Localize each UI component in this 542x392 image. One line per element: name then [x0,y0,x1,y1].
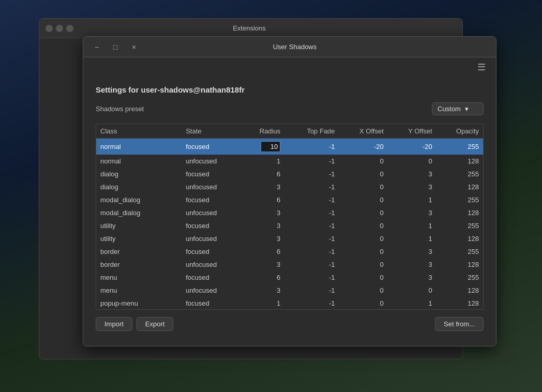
radius-input[interactable] [261,141,280,152]
cell-top-fade: -1 [284,245,339,258]
main-titlebar: − □ × User Shadows [83,37,496,57]
cell-class: dialog [96,168,182,180]
cell-state: unfocused [182,206,240,219]
cell-y-offset: 1 [388,219,436,232]
col-y-offset: Y Offset [388,124,436,139]
cell-top-fade: -1 [284,219,339,232]
bg-maximize-button[interactable]: □ [56,25,63,32]
col-x-offset: X Offset [339,124,388,139]
shadow-table: Class State Radius Top Fade X Offset Y O… [96,124,483,310]
settings-title: Settings for user-shadows@nathan818fr [96,85,484,94]
export-button[interactable]: Export [137,317,174,331]
preset-value: Custom [438,105,461,113]
cell-radius: 6 [240,271,284,284]
cell-class: popup-menu [96,297,182,310]
cell-opacity: 255 [436,139,483,155]
col-top-fade: Top Fade [284,124,339,139]
table-body: normalfocused-1-20-20255normalunfocused1… [96,139,483,310]
cell-state: focused [182,245,240,258]
cell-x-offset: 0 [339,206,388,219]
cell-class: utility [96,232,182,245]
cell-opacity: 128 [436,297,483,310]
cell-radius: 1 [240,297,284,310]
cell-class: border [96,245,182,258]
cell-radius: 3 [240,206,284,219]
cell-opacity: 128 [436,155,483,168]
chevron-down-icon: ▾ [465,105,469,113]
bg-minimize-button[interactable]: − [46,25,53,32]
cell-opacity: 255 [436,271,483,284]
cell-state: focused [182,297,240,310]
cell-class: normal [96,139,182,155]
cell-x-offset: 0 [339,258,388,271]
bottom-row: Import Export Set from... [96,317,484,331]
cell-class: menu [96,271,182,284]
table-row[interactable]: popup-menufocused1-101128 [96,297,483,310]
bg-close-button[interactable]: × [66,25,73,32]
cell-y-offset: 1 [388,193,436,206]
cell-state: unfocused [182,155,240,168]
cell-x-offset: 0 [339,232,388,245]
cell-radius: 3 [240,232,284,245]
table-row[interactable]: modal_dialogunfocused3-103128 [96,206,483,219]
set-from-button[interactable]: Set from... [435,317,484,331]
table-row[interactable]: borderfocused6-103255 [96,245,483,258]
table-row[interactable]: utilityfocused3-101255 [96,219,483,232]
table-row[interactable]: borderunfocused3-103128 [96,258,483,271]
cell-x-offset: -20 [339,139,388,155]
table-row[interactable]: dialogfocused6-103255 [96,168,483,180]
cell-state: focused [182,168,240,180]
cell-x-offset: 0 [339,168,388,180]
cell-y-offset: 3 [388,258,436,271]
cell-top-fade: -1 [284,139,339,155]
cell-state: unfocused [182,180,240,193]
preset-label: Shadows preset [96,105,144,113]
cell-opacity: 128 [436,232,483,245]
main-window: − □ × User Shadows ☰ Settings for user-s… [83,36,496,346]
cell-class: border [96,258,182,271]
preset-row: Shadows preset Custom ▾ [96,102,484,115]
left-buttons: Import Export [96,317,173,331]
cell-radius: 3 [240,219,284,232]
main-maximize-button[interactable]: □ [108,40,123,54]
cell-radius: 6 [240,168,284,180]
cell-top-fade: -1 [284,232,339,245]
table-row[interactable]: menufocused6-103255 [96,271,483,284]
cell-top-fade: -1 [284,271,339,284]
cell-opacity: 128 [436,258,483,271]
cell-x-offset: 0 [339,284,388,297]
cell-x-offset: 0 [339,245,388,258]
cell-state: focused [182,219,240,232]
cell-radius: 3 [240,284,284,297]
main-minimize-button[interactable]: − [89,40,104,54]
shadow-table-container[interactable]: Class State Radius Top Fade X Offset Y O… [96,124,484,310]
cell-x-offset: 0 [339,180,388,193]
preset-dropdown[interactable]: Custom ▾ [432,102,484,115]
cell-class: utility [96,219,182,232]
cell-y-offset: 3 [388,271,436,284]
col-opacity: Opacity [436,124,483,139]
table-row[interactable]: utilityunfocused3-101128 [96,232,483,245]
cell-y-offset: 3 [388,206,436,219]
hamburger-menu-button[interactable]: ☰ [473,59,490,75]
cell-radius[interactable] [240,139,284,155]
cell-top-fade: -1 [284,193,339,206]
main-window-title: User Shadows [141,43,448,51]
cell-class: menu [96,284,182,297]
main-close-button[interactable]: × [127,40,141,54]
cell-class: modal_dialog [96,206,182,219]
cell-x-offset: 0 [339,271,388,284]
cell-top-fade: -1 [284,168,339,180]
table-row[interactable]: normalfocused-1-20-20255 [96,139,483,155]
table-row[interactable]: modal_dialogfocused6-101255 [96,193,483,206]
cell-y-offset: 0 [388,155,436,168]
cell-opacity: 255 [436,219,483,232]
cell-x-offset: 0 [339,155,388,168]
table-row[interactable]: normalunfocused1-100128 [96,155,483,168]
table-row[interactable]: menuunfocused3-100128 [96,284,483,297]
cell-state: unfocused [182,258,240,271]
cell-opacity: 255 [436,245,483,258]
cell-radius: 6 [240,245,284,258]
import-button[interactable]: Import [96,317,132,331]
table-row[interactable]: dialogunfocused3-103128 [96,180,483,193]
